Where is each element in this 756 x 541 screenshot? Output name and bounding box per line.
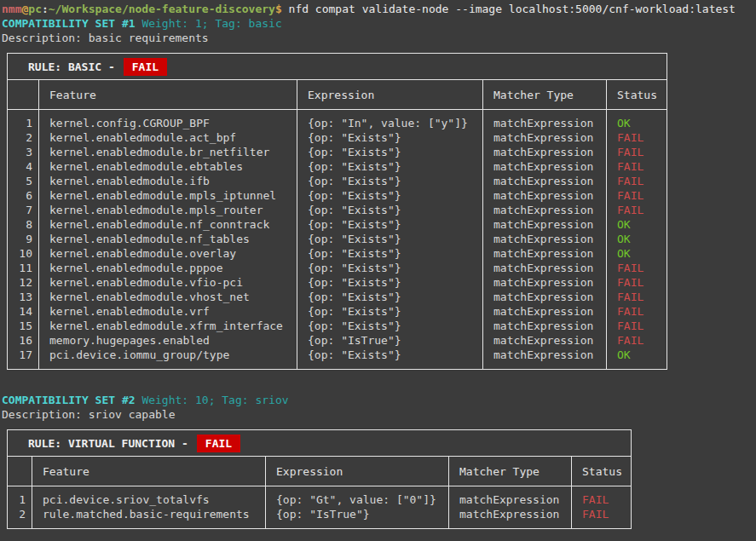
row-number: 11 — [8, 261, 32, 275]
row-number: 6 — [8, 188, 32, 203]
status-cell: FAIL — [607, 333, 667, 348]
rule-title-row: RULE: VIRTUAL FUNCTION - FAIL — [8, 430, 631, 457]
matcher-type-cell: matchExpression — [449, 492, 571, 507]
prompt-user: nmm — [2, 3, 21, 15]
feature-cell: kernel.enabledmodule.br_netfilter — [39, 145, 297, 159]
expression-cell: {op: "Gt", value: ["0"]} — [266, 492, 448, 507]
column-header-feature: Feature — [38, 80, 297, 109]
expression-cell: {op: "Exists"} — [297, 304, 482, 319]
prompt-line: nmm@pc:~/Workspace/node-feature-discover… — [2, 2, 756, 16]
matcher-type-cell: matchExpression — [483, 159, 606, 174]
feature-cell: kernel.enabledmodule.ebtables — [39, 159, 297, 174]
expression-cell: {op: "IsTrue"} — [297, 333, 482, 348]
feature-cell: kernel.enabledmodule.ifb — [39, 174, 297, 188]
matcher-type-column: matchExpressionmatchExpression — [448, 486, 571, 528]
matcher-type-cell: matchExpression — [483, 188, 606, 203]
feature-cell: kernel.enabledmodule.pppoe — [39, 261, 297, 275]
expression-column: {op: "In", value: ["y"]}{op: "Exists"}{o… — [297, 110, 482, 369]
column-header-index — [8, 457, 32, 486]
expression-cell: {op: "Exists"} — [297, 348, 482, 362]
set1-meta: Weight: 1; Tag: basic — [141, 17, 281, 30]
rule-label: RULE: BASIC - — [28, 60, 115, 74]
status-cell: FAIL — [607, 304, 667, 319]
row-number: 12 — [8, 275, 32, 290]
feature-cell: kernel.enabledmodule.vfio-pci — [39, 275, 297, 290]
matcher-type-cell: matchExpression — [483, 304, 606, 319]
row-number: 17 — [8, 348, 32, 362]
status-cell: FAIL — [607, 159, 667, 174]
status-cell: FAIL — [572, 507, 631, 521]
set2-title: COMPATIBILITY SET #2 — [2, 394, 136, 406]
set1-description: Description: basic requirements — [2, 31, 756, 45]
feature-cell: kernel.enabledmodule.act_bpf — [39, 130, 297, 145]
matcher-type-cell: matchExpression — [483, 217, 606, 232]
matcher-type-cell: matchExpression — [483, 174, 606, 188]
feature-cell: kernel.enabledmodule.nf_conntrack — [39, 217, 297, 232]
expression-column: {op: "Gt", value: ["0"]}{op: "IsTrue"} — [265, 486, 448, 528]
set2-meta: Weight: 10; Tag: sriov — [141, 394, 288, 406]
feature-cell: kernel.enabledmodule.mpls_iptunnel — [39, 188, 297, 203]
expression-cell: {op: "Exists"} — [297, 246, 482, 261]
column-header-expression: Expression — [297, 80, 482, 109]
expression-cell: {op: "Exists"} — [297, 203, 482, 217]
feature-cell: kernel.config.CGROUP_BPF — [39, 116, 297, 130]
feature-cell: kernel.enabledmodule.nf_tables — [39, 232, 297, 246]
row-number: 1 — [8, 116, 32, 130]
row-number: 15 — [8, 319, 32, 333]
status-cell: FAIL — [607, 130, 667, 145]
set1-header-line: COMPATIBILITY SET #1 Weight: 1; Tag: bas… — [2, 16, 756, 31]
prompt-host: pc — [28, 3, 42, 15]
column-header-matcher-type: Matcher Type — [448, 457, 571, 486]
set2-description: Description: sriov capable — [2, 407, 756, 422]
matcher-type-cell: matchExpression — [483, 203, 606, 217]
expression-cell: {op: "Exists"} — [297, 275, 482, 290]
status-cell: FAIL — [607, 174, 667, 188]
feature-cell: rule.matched.basic-requirements — [32, 507, 265, 521]
expression-cell: {op: "Exists"} — [297, 188, 482, 203]
expression-cell: {op: "Exists"} — [297, 319, 482, 333]
status-cell: FAIL — [607, 290, 667, 304]
prompt-path: ~/Workspace/node-feature-discovery — [49, 3, 275, 15]
status-cell: FAIL — [607, 188, 667, 203]
row-number: 4 — [8, 159, 32, 174]
status-column: OKFAILFAILFAILFAILFAILFAILOKOKOKFAILFAIL… — [606, 110, 667, 369]
feature-cell: pci.device.iommu_group/type — [39, 348, 297, 362]
row-number: 1 — [8, 492, 26, 507]
row-number: 3 — [8, 145, 32, 159]
status-cell: FAIL — [607, 145, 667, 159]
prompt-separator: : — [42, 3, 49, 15]
row-number: 9 — [8, 232, 32, 246]
matcher-type-cell: matchExpression — [483, 348, 606, 362]
column-header-status: Status — [571, 457, 631, 486]
expression-cell: {op: "Exists"} — [297, 174, 482, 188]
status-cell: FAIL — [607, 261, 667, 275]
row-number: 13 — [8, 290, 32, 304]
column-header-index — [8, 80, 38, 109]
row-number: 10 — [8, 246, 32, 261]
status-cell: FAIL — [572, 492, 631, 507]
matcher-type-cell: matchExpression — [483, 130, 606, 145]
status-cell: OK — [607, 217, 667, 232]
status-cell: OK — [607, 348, 667, 362]
feature-cell: kernel.enabledmodule.vhost_net — [39, 290, 297, 304]
expression-cell: {op: "Exists"} — [297, 130, 482, 145]
status-cell: FAIL — [607, 275, 667, 290]
status-cell: OK — [607, 232, 667, 246]
prompt-symbol: $ — [275, 3, 289, 15]
feature-cell: memory.hugepages.enabled — [39, 333, 297, 348]
expression-cell: {op: "IsTrue"} — [266, 507, 448, 521]
rule-title-row: RULE: BASIC - FAIL — [8, 54, 667, 80]
status-badge: FAIL — [197, 435, 240, 452]
matcher-type-cell: matchExpression — [483, 116, 606, 130]
column-header-matcher-type: Matcher Type — [482, 80, 606, 109]
matcher-type-cell: matchExpression — [483, 333, 606, 348]
expression-cell: {op: "Exists"} — [297, 232, 482, 246]
column-header-expression: Expression — [265, 457, 448, 486]
feature-column: kernel.config.CGROUP_BPFkernel.enabledmo… — [38, 110, 297, 369]
feature-cell: kernel.enabledmodule.vrf — [39, 304, 297, 319]
table-header-row: Feature Expression Matcher Type Status — [8, 80, 667, 110]
row-number: 7 — [8, 203, 32, 217]
matcher-type-cell: matchExpression — [483, 145, 606, 159]
table-body: 1234567891011121314151617 kernel.config.… — [8, 110, 667, 369]
column-header-status: Status — [606, 80, 667, 109]
